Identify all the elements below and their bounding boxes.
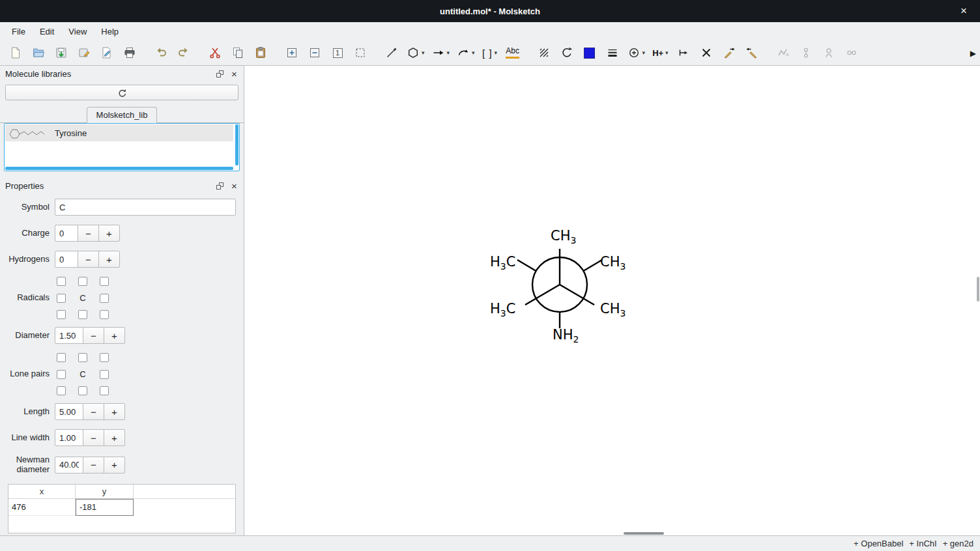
newman-diameter-input[interactable] [55,457,83,473]
menu-help[interactable]: Help [94,24,125,39]
zoom-fit-button[interactable] [351,44,369,62]
atom-label-ch3-top[interactable]: CH3 [551,228,576,246]
atom-label-nh2-bottom[interactable]: NH2 [553,327,579,345]
bracket-dropdown-icon[interactable]: ▾ [495,49,498,56]
float-dock-icon[interactable] [216,70,223,78]
charge-tool-button[interactable]: ▾ [626,44,647,62]
delete-tool-button[interactable] [697,44,715,62]
menu-view[interactable]: View [62,24,93,39]
tab-molsketch-lib[interactable]: Molsketch_lib [87,107,158,123]
radical-checkbox[interactable] [100,294,109,303]
radical-checkbox[interactable] [57,310,66,319]
line-width-button[interactable] [603,44,622,62]
ring-dropdown-icon[interactable]: ▾ [422,49,425,56]
dock-splitter[interactable] [0,171,244,178]
charge-input[interactable] [55,225,78,242]
rotate-tool-button[interactable] [558,44,576,62]
bracket-tool-button[interactable]: [ ]▾ [481,44,499,62]
radical-checkbox[interactable] [57,277,66,286]
atom-label-h3c-lower-left[interactable]: H3C [490,301,515,318]
print-button[interactable] [121,44,139,62]
diameter-decrement-button[interactable]: − [83,327,104,344]
radical-checkbox[interactable] [100,277,109,286]
copy-button[interactable] [229,44,247,62]
arrow-dropdown-icon[interactable]: ▾ [447,49,450,56]
mechanism-dropdown-icon[interactable]: ▾ [472,49,475,56]
list-item-tyrosine[interactable]: Tyrosine [5,124,233,141]
redo-button[interactable] [175,44,193,62]
draw-tool-button[interactable] [382,44,401,62]
lone-pair-checkbox[interactable] [78,386,87,395]
menu-edit[interactable]: Edit [33,24,61,39]
coordinate-y-cell[interactable]: -181 [76,499,134,516]
undo-button[interactable] [152,44,170,62]
coordinate-x-cell[interactable]: 476 [8,499,76,516]
canvas-vertical-scrollbar[interactable] [977,277,979,302]
lone-pair-checkbox[interactable] [78,353,87,362]
hydrogen-dropdown-icon[interactable]: ▾ [665,49,669,56]
close-dock-icon[interactable]: × [230,70,238,78]
new-document-button[interactable] [7,44,25,62]
atom-label-h3c-upper-left[interactable]: H3C [490,254,515,272]
newman-diameter-decrement-button[interactable]: − [83,457,104,473]
cut-button[interactable] [206,44,224,62]
open-button[interactable] [29,44,48,62]
radical-checkbox[interactable] [78,277,87,286]
color-picker-button[interactable] [581,44,599,62]
radical-checkbox[interactable] [100,310,109,319]
electron-flow-button[interactable] [674,44,693,62]
library-horizontal-scrollbar[interactable] [5,167,233,170]
hydrogen-tool-button[interactable]: H+▾ [651,44,670,62]
drawing-canvas[interactable]: CH3 H3C CH3 H3C CH3 NH2 [244,66,980,535]
column-header-x: x [8,485,76,498]
lone-pair-checkbox[interactable] [100,370,109,379]
length-decrement-button[interactable]: − [83,403,104,420]
line-width-decrement-button[interactable]: − [83,429,104,446]
diameter-increment-button[interactable]: + [104,327,125,344]
length-increment-button[interactable]: + [104,403,125,420]
charge-decrement-button[interactable]: − [78,225,99,242]
atom-label-ch3-upper-right[interactable]: CH3 [600,254,626,272]
save-button[interactable] [52,44,70,62]
canvas-horizontal-scrollbar[interactable] [624,532,664,535]
flip-vertical-button[interactable] [743,44,761,62]
lone-pair-checkbox[interactable] [100,386,109,395]
save-as-button[interactable] [75,44,93,62]
hydrogens-decrement-button[interactable]: − [78,251,99,268]
radical-checkbox[interactable] [78,310,87,319]
lone-pair-checkbox[interactable] [57,370,66,379]
newman-diameter-increment-button[interactable]: + [104,457,125,473]
close-dock-icon[interactable]: × [230,182,238,190]
toolbar-extension-button[interactable]: ▶ [970,40,976,66]
text-tool-button[interactable]: Abc [504,44,522,62]
float-dock-icon[interactable] [216,182,223,190]
refresh-libraries-button[interactable] [5,85,238,100]
line-width-input[interactable] [55,429,83,446]
ring-tool-button[interactable]: ▾ [405,44,426,62]
atom-label-ch3-lower-right[interactable]: CH3 [600,301,626,318]
window-close-icon[interactable]: × [955,0,972,22]
paste-button[interactable] [252,44,270,62]
zoom-in-button[interactable] [283,44,301,62]
hydrogens-input[interactable] [55,251,78,268]
lone-pair-checkbox[interactable] [100,353,109,362]
hash-tool-button[interactable] [535,44,553,62]
export-button[interactable] [98,44,116,62]
menu-file[interactable]: File [5,24,32,39]
line-width-increment-button[interactable]: + [104,429,125,446]
mechanism-arrow-tool-button[interactable]: ▾ [455,44,476,62]
zoom-original-button[interactable]: 1 [328,44,347,62]
charge-increment-button[interactable]: + [98,225,120,242]
radical-checkbox[interactable] [57,294,66,303]
lone-pair-checkbox[interactable] [57,353,66,362]
charge-dropdown-icon[interactable]: ▾ [642,49,646,56]
reaction-arrow-tool-button[interactable]: ▾ [431,44,452,62]
length-input[interactable] [55,403,83,420]
hydrogens-increment-button[interactable]: + [98,251,120,268]
library-vertical-scrollbar[interactable] [235,124,238,165]
diameter-input[interactable] [55,327,83,344]
symbol-input[interactable] [55,199,236,216]
zoom-out-button[interactable] [306,44,324,62]
lone-pair-checkbox[interactable] [57,386,66,395]
flip-horizontal-button[interactable] [720,44,738,62]
